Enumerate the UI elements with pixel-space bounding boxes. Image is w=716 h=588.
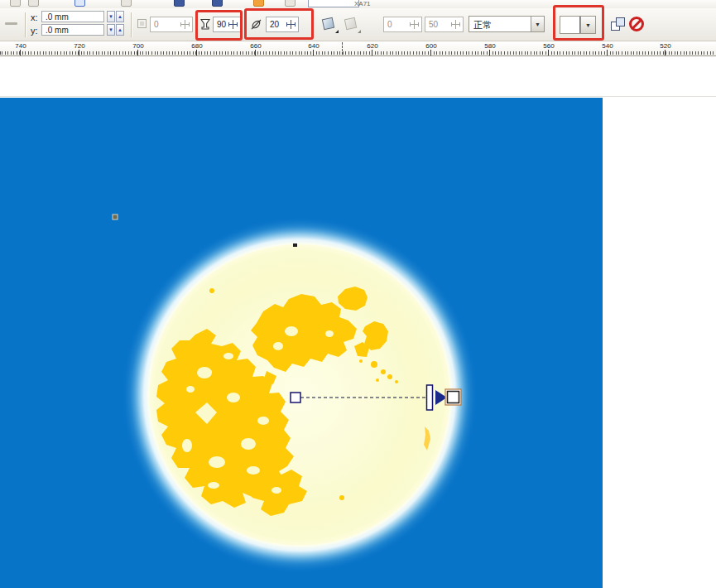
tilted-square-icon	[344, 17, 357, 30]
freeze-transparency-button	[342, 16, 362, 34]
undo-icon[interactable]	[74, 0, 85, 7]
edge-pad-field[interactable]: 20	[266, 17, 299, 32]
ruler-label: 560	[538, 42, 560, 50]
ruler-label: 640	[303, 42, 324, 50]
spinner-icon[interactable]	[228, 20, 238, 29]
ruler-label: 740	[10, 42, 31, 50]
copy-icon[interactable]	[10, 0, 21, 7]
top-toolbar-clipped: XA71	[0, 0, 716, 8]
start-transparency-icon	[199, 18, 211, 31]
ruler-origin-marker	[342, 42, 343, 55]
blend-mode-value: 正常	[469, 17, 531, 31]
separator	[25, 12, 26, 37]
y-spin-down[interactable]: ▼	[107, 24, 115, 36]
window-icon[interactable]	[285, 0, 296, 7]
dropdown-arrow-icon[interactable]: ▼	[580, 17, 595, 33]
ruler-minor-ticks	[0, 51, 716, 55]
transparency-color-dropdown[interactable]: ▼	[560, 16, 596, 34]
drawing-workspace	[0, 56, 716, 588]
y-label: y:	[31, 26, 38, 36]
y-position-field[interactable]: .0 mm	[41, 24, 104, 36]
copy-transparency-properties-icon[interactable]	[609, 16, 626, 32]
spinner-icon	[451, 20, 460, 29]
y-spin-buttons[interactable]: ▼ ▲	[106, 24, 124, 36]
save-icon[interactable]	[174, 0, 185, 7]
ruler-label: 680	[186, 42, 208, 50]
spinner-icon[interactable]	[286, 20, 296, 29]
gradient-midpoint-slider[interactable]	[427, 385, 433, 410]
top-node-marker[interactable]	[293, 243, 297, 247]
x-spin-down[interactable]: ▼	[107, 11, 115, 22]
ruler-label: 540	[597, 42, 618, 50]
ruler-label: 620	[362, 42, 383, 50]
x-label: x:	[31, 12, 38, 22]
start-transparency-field[interactable]: 90	[213, 17, 241, 32]
spinner-icon	[410, 20, 419, 29]
launch-icon[interactable]	[253, 0, 264, 7]
blue-sky-rectangle[interactable]	[0, 98, 603, 588]
tilted-square-icon	[322, 17, 334, 30]
gradient-start-handle[interactable]	[291, 393, 300, 402]
ruler-label: 520	[655, 42, 676, 50]
angle-spinner-disabled: 0	[383, 17, 422, 32]
disabled-toggle	[137, 19, 147, 28]
ruler-label: 660	[245, 42, 267, 50]
ruler-label: 700	[127, 42, 149, 50]
transparency-target-button[interactable]	[320, 16, 339, 34]
x-position-field[interactable]: .0 mm	[41, 11, 104, 22]
property-bar: x: .0 mm ▼ ▲ y: .0 mm ▼ ▲ 0 90	[0, 8, 716, 41]
export-icon[interactable]	[212, 0, 223, 7]
paste-icon[interactable]	[28, 0, 39, 7]
spinner-icon	[180, 20, 190, 29]
gradient-end-handle[interactable]	[448, 392, 459, 403]
ruler-label: 720	[69, 42, 90, 50]
y-spin-up[interactable]: ▲	[116, 24, 124, 36]
ruler-label: 580	[479, 42, 501, 50]
transparency-operation-dropdown[interactable]: 正常 ▼	[469, 16, 545, 32]
flyout-arrow-icon	[335, 30, 339, 33]
flyout-arrow-icon	[358, 30, 361, 33]
separator	[131, 12, 132, 37]
edge-pad-icon	[250, 18, 262, 31]
zoom-level-input[interactable]	[308, 0, 359, 7]
color-swatch-white	[560, 17, 580, 33]
ruler-label: 600	[420, 42, 442, 50]
disabled-dash-icon	[5, 22, 17, 25]
dropdown-arrow-icon[interactable]: ▼	[531, 17, 544, 31]
midpoint-spinner-disabled: 50	[425, 17, 464, 32]
clear-transparency-icon[interactable]	[629, 17, 644, 31]
x-spin-up[interactable]: ▲	[116, 11, 124, 22]
opacity-spinner-disabled: 0	[150, 17, 193, 32]
page-edge-line	[0, 96, 716, 97]
origin-marker-square[interactable]	[113, 214, 118, 219]
redo-icon[interactable]	[121, 0, 132, 7]
moon-illustration	[0, 98, 603, 588]
x-spin-buttons[interactable]: ▼ ▲	[106, 11, 124, 22]
coreldraw-window: { "topbar": { "clipped_text": "XA71", "i…	[0, 0, 716, 588]
horizontal-ruler[interactable]: 740 720 700 680 660 640 620 600 580 560 …	[0, 41, 716, 56]
clipped-label: XA71	[354, 0, 371, 7]
